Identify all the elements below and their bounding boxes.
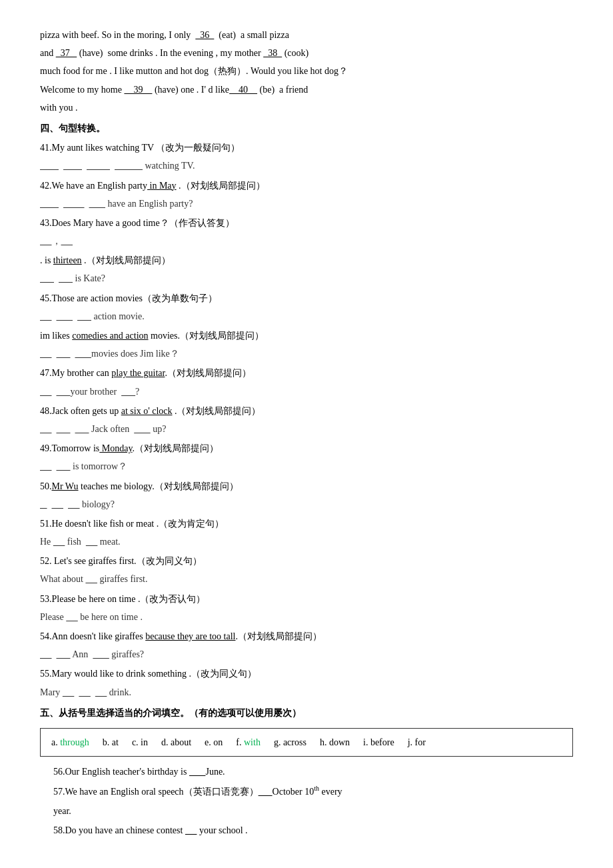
blank [40,311,52,321]
q46-underline: comedies and action [72,331,148,341]
option-for: j. for [408,734,426,751]
blank [63,199,85,209]
blank-40: 40 [229,85,257,95]
main-content: pizza with beef. So in the moring, I onl… [40,27,573,839]
intro-text-1: pizza with beef. So in the moring, I onl… [40,30,191,40]
section4-title: 四、句型转换。 [40,120,573,137]
q54-answer: Ann giraffes? [40,646,573,663]
blank [121,387,135,397]
q50-underline: Mr Wu [52,481,79,491]
blank [134,424,151,434]
blank [85,574,97,584]
option-through: a. through [51,734,89,751]
section5-title: 五、从括号里选择适当的介词填空。（有的选项可以使用屡次） [40,705,573,721]
q52-answer: What about giraffes first. [40,571,573,587]
blank [189,767,206,777]
blank [57,349,71,359]
q42-question: 42.We have an English party in May .（对划线… [40,177,573,194]
blank-39: 39 [124,85,152,95]
blank [40,461,52,471]
intro-paragraph-5: with you . [40,99,573,116]
q55-answer: Mary drink. [40,684,573,701]
intro-paragraph: pizza with beef. So in the moring, I onl… [40,27,573,43]
q42-underline: in May [147,181,177,191]
q41-question: 41.My aunt likes watching TV （改为一般疑问句） [40,139,573,156]
option-about: d. about [161,734,191,751]
q58-line: 58.Do you have an chinese contest your s… [53,822,573,839]
blank-36: 36 [193,30,217,40]
blank-38: 38 [261,48,285,58]
blank [115,161,143,171]
blank [68,499,80,509]
q57-year: year. [53,803,573,819]
blank [57,461,71,471]
q48-answer: Jack often up? [40,421,573,437]
blank [57,311,73,321]
q45-answer: action movie. [40,308,573,325]
q57-line: 57.We have an English oral speech（英语口语竞赛… [53,783,573,800]
blank [40,349,52,359]
blank [40,424,52,434]
blank [57,424,71,434]
q43-question: 43.Does Mary have a good time？（作否认答复） [40,215,573,231]
blank [52,499,64,509]
option-with: f. with [236,734,261,751]
q49-question: 49.Tomorrow is Monday.（对划线局部提问） [40,440,573,457]
q48-underline: at six o' clock [121,406,173,416]
blank [40,273,54,283]
q44-question: . is thirteen .（对划线局部提问） [40,252,573,269]
blank [57,387,71,397]
q44-answer: is Kate? [40,270,573,287]
blank [40,199,59,209]
blank [63,687,75,697]
blank [77,311,91,321]
q43-answer: ， [40,233,573,249]
q51-question: 51.He doesn't like fish or meat .（改为肯定句） [40,515,573,532]
q49-underline: Monday [99,443,132,453]
q42-answer: have an English party? [40,195,573,212]
blank [40,649,52,659]
q54-question: 54.Ann doesn't like giraffes because the… [40,628,573,645]
q52-question: 52. Let's see giraffes first.（改为同义句） [40,553,573,569]
blank [40,236,52,246]
blank [86,537,98,547]
blank-37: 37 [53,48,79,58]
blank [75,424,89,434]
blank [40,161,59,171]
q49-answer: is tomorrow？ [40,458,573,475]
q53-answer: Please be here on time . [40,609,573,625]
blank [185,825,197,835]
fill-exercises: 56.Our English teacher's birthday is Jun… [53,763,573,839]
blank [53,537,65,547]
blank [87,161,110,171]
q48-question: 48.Jack often gets up at six o' clock .（… [40,403,573,419]
q55-question: 55.Mary would like to drink something .（… [40,665,573,682]
q54-underline: because they are too tall [145,631,235,641]
intro-paragraph-2: and 37 (have) some drinks . In the eveni… [40,45,573,61]
blank [57,649,71,659]
options-box: a. through b. at c. in d. about e. on f.… [40,728,573,757]
blank [89,199,106,209]
blank [95,687,107,697]
q41-answer: watching TV. [40,157,573,174]
option-on: e. on [205,734,223,751]
eat-label: (eat) a small pizza [219,30,289,40]
q50-question: 50.Mr Wu teaches me biology.（对划线局部提问） [40,478,573,495]
intro-paragraph-3: much food for me . I like mutton and hot… [40,63,573,79]
intro-paragraph-4: Welcome to my home 39 (have) one . I' d … [40,81,573,98]
q47-question: 47.My brother can play the guitar.（对划线局部… [40,365,573,381]
option-in: c. in [132,734,148,751]
q45-question: 45.Those are action movies（改为单数句子） [40,290,573,307]
q47-answer: your brother ? [40,383,573,400]
blank [66,612,78,622]
q56-line: 56.Our English teacher's birthday is Jun… [53,763,573,780]
blank [59,273,73,283]
q47-underline: play the guitar [111,368,165,378]
option-across: g. across [274,734,306,751]
blank [79,687,91,697]
blank [40,499,47,509]
q44-thirteen: thirteen [53,255,82,265]
blank [61,236,73,246]
blank [63,161,82,171]
blank [93,649,109,659]
